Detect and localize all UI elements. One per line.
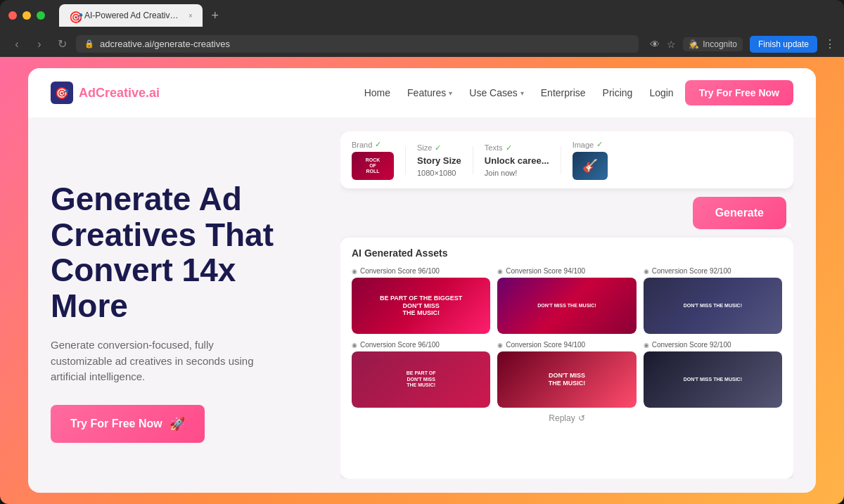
size-label: Size ✓ xyxy=(417,143,461,153)
size-config: Size ✓ Story Size 1080×1080 xyxy=(417,143,461,177)
asset-image-5: DON'T MISSTHE MUSIC! xyxy=(497,351,636,408)
divider-1 xyxy=(405,146,406,174)
size-dim: 1080×1080 xyxy=(417,169,461,177)
incognito-badge: 🕵 Incognito xyxy=(683,37,743,51)
use-cases-dropdown-arrow: ▾ xyxy=(520,89,524,97)
nav-home[interactable]: Home xyxy=(364,87,390,98)
refresh-button[interactable]: ↻ xyxy=(53,37,70,51)
logo-area[interactable]: 🎯 AdCreative.ai xyxy=(51,82,160,104)
brand-image[interactable]: ROCKOFROLL xyxy=(352,152,394,180)
logo-text: AdCreative.ai xyxy=(79,86,160,101)
texts-label: Texts ✓ xyxy=(485,143,549,153)
assets-title: AI Generated Assets xyxy=(352,247,782,259)
fullscreen-traffic-light[interactable] xyxy=(37,11,45,20)
nav-links: Home Features ▾ Use Cases ▾ Enterprise P… xyxy=(364,87,633,98)
mac-window: 🎯 AI-Powered Ad Creatives for... × + ‹ ›… xyxy=(0,0,844,504)
asset-text-1: BE PART OF THE BIGGESTDON'T MISSTHE MUSI… xyxy=(377,292,465,320)
logo-icon: 🎯 xyxy=(51,82,73,104)
size-check-icon: ✓ xyxy=(435,143,441,153)
eye-off-icon[interactable]: 👁 xyxy=(650,39,660,50)
brand-config: Brand ✓ ROCKOFROLL xyxy=(352,140,394,180)
asset-score-5: ◉ Conversion Score 94/100 xyxy=(497,341,636,349)
texts-check-icon: ✓ xyxy=(506,143,512,153)
hero-title: Generate Ad Creatives That Convert 14x M… xyxy=(51,181,318,323)
asset-image-6: Don't Miss the Music! xyxy=(644,351,782,408)
nav-pricing[interactable]: Pricing xyxy=(603,87,633,98)
brand-check-icon: ✓ xyxy=(375,140,381,149)
replay-label[interactable]: Replay xyxy=(549,413,575,423)
asset-score-4: ◉ Conversion Score 96/100 xyxy=(352,341,490,349)
replay-row: Replay ↺ xyxy=(352,408,782,423)
page-card: 🎯 AdCreative.ai Home Features ▾ Use Case… xyxy=(28,68,816,493)
score-icon-4: ◉ xyxy=(352,342,357,349)
cta-label: Try For Free Now xyxy=(70,418,162,430)
nav-enterprise[interactable]: Enterprise xyxy=(541,87,586,98)
logo-accent: .ai xyxy=(146,86,160,100)
browser-actions: 👁 ☆ 🕵 Incognito Finish update ⋮ xyxy=(650,36,836,53)
rocket-icon: 🚀 xyxy=(170,416,185,432)
asset-text-4: Be part ofDon't Missthe Music! xyxy=(404,368,439,391)
tab-favicon: 🎯 xyxy=(69,11,79,20)
asset-image-4: Be part ofDon't Missthe Music! xyxy=(352,351,490,408)
asset-card-3[interactable]: ◉ Conversion Score 92/100 Don't Miss the… xyxy=(644,267,782,334)
more-options-button[interactable]: ⋮ xyxy=(824,37,836,51)
brand-label: Brand ✓ xyxy=(352,140,394,149)
new-tab-button[interactable]: + xyxy=(205,6,225,25)
asset-image-2: Don't Miss the Music! xyxy=(497,278,636,334)
score-icon-2: ◉ xyxy=(497,268,503,275)
image-label: Image ✓ xyxy=(573,140,608,149)
image-check-icon: ✓ xyxy=(596,140,603,149)
forward-button[interactable]: › xyxy=(31,38,48,51)
asset-score-6: ◉ Conversion Score 92/100 xyxy=(644,341,782,349)
score-icon-5: ◉ xyxy=(497,342,503,349)
hero-cta-button[interactable]: Try For Free Now 🚀 xyxy=(51,405,205,443)
asset-score-1: ◉ Conversion Score 96/100 xyxy=(352,267,490,275)
asset-card-5[interactable]: ◉ Conversion Score 94/100 DON'T MISSTHE … xyxy=(497,341,636,408)
image-thumbnail[interactable]: 🎸 xyxy=(573,152,608,180)
tab-bar: 🎯 AI-Powered Ad Creatives for... × + xyxy=(59,4,225,27)
tab-title: AI-Powered Ad Creatives for... xyxy=(84,11,183,20)
nav-use-cases[interactable]: Use Cases ▾ xyxy=(469,87,523,98)
asset-text-3: Don't Miss the Music! xyxy=(681,300,745,311)
asset-text-5: DON'T MISSTHE MUSIC! xyxy=(546,369,589,390)
size-value: Story Size xyxy=(417,155,461,166)
generate-row: Generate ↗ xyxy=(340,197,793,229)
nav-login[interactable]: Login xyxy=(649,87,673,98)
title-bar: 🎯 AI-Powered Ad Creatives for... × + xyxy=(0,0,844,31)
back-button[interactable]: ‹ xyxy=(8,38,25,51)
tab-close-button[interactable]: × xyxy=(188,12,193,20)
asset-text-2: Don't Miss the Music! xyxy=(535,300,599,311)
lock-icon: 🔒 xyxy=(84,39,94,49)
hero-left: Generate Ad Creatives That Convert 14x M… xyxy=(51,131,318,479)
star-icon[interactable]: ☆ xyxy=(667,39,676,50)
logo-main: AdCreative xyxy=(79,86,146,100)
hero-subtitle: Generate conversion-focused, fully custo… xyxy=(51,337,276,385)
asset-card-4[interactable]: ◉ Conversion Score 96/100 Be part ofDon'… xyxy=(352,341,490,408)
address-bar-row: ‹ › ↻ 🔒 adcreative.ai/generate-creatives… xyxy=(0,31,844,57)
close-traffic-light[interactable] xyxy=(8,11,17,20)
active-tab[interactable]: 🎯 AI-Powered Ad Creatives for... × xyxy=(59,4,203,27)
asset-card-6[interactable]: ◉ Conversion Score 92/100 Don't Miss the… xyxy=(644,341,782,408)
score-icon-3: ◉ xyxy=(644,268,649,275)
incognito-icon: 🕵 xyxy=(689,39,699,49)
assets-panel: AI Generated Assets ◉ Conversion Score 9… xyxy=(340,238,793,479)
nav-features[interactable]: Features ▾ xyxy=(407,87,452,98)
divider-2 xyxy=(473,146,473,174)
replay-icon: ↺ xyxy=(578,413,585,423)
asset-card-2[interactable]: ◉ Conversion Score 94/100 Don't Miss the… xyxy=(497,267,636,334)
nav-try-free-button[interactable]: Try For Free Now xyxy=(685,80,793,105)
config-bar: Brand ✓ ROCKOFROLL Size ✓ xyxy=(340,131,793,188)
divider-3 xyxy=(561,146,561,174)
hero-right: Brand ✓ ROCKOFROLL Size ✓ xyxy=(340,131,793,479)
asset-card-1[interactable]: ◉ Conversion Score 96/100 BE PART OF THE… xyxy=(352,267,490,334)
hero-section: Generate Ad Creatives That Convert 14x M… xyxy=(28,117,816,493)
address-bar[interactable]: 🔒 adcreative.ai/generate-creatives xyxy=(76,35,639,53)
asset-image-1: BE PART OF THE BIGGESTDON'T MISSTHE MUSI… xyxy=(352,278,490,334)
browser-content: 🎯 AdCreative.ai Home Features ▾ Use Case… xyxy=(0,57,844,504)
asset-text-6: Don't Miss the Music! xyxy=(681,374,745,385)
minimize-traffic-light[interactable] xyxy=(23,11,31,20)
brand-logo-text: ROCKOFROLL xyxy=(366,157,381,174)
generate-button[interactable]: Generate ↗ xyxy=(693,197,786,229)
finish-update-button[interactable]: Finish update xyxy=(750,36,817,53)
texts-config: Texts ✓ Unlock caree... Join now! xyxy=(485,143,549,177)
